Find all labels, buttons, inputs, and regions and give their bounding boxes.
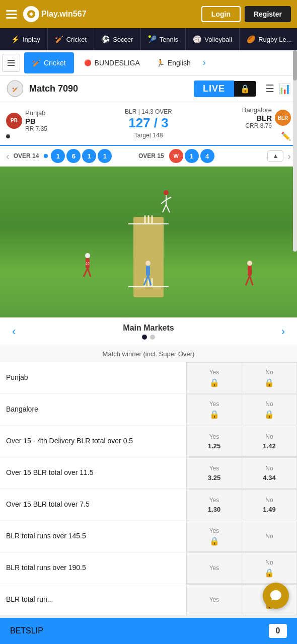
menu-button[interactable] [6,10,17,19]
nav-label-tennis: Tennis [160,36,179,43]
tab-bundesliga[interactable]: 🔴 BUNDESLIGA [76,50,148,75]
bet-options-blr-190: Yes No 🔒 [186,552,297,584]
blr-190-no-btn[interactable]: No 🔒 [242,552,297,584]
chart-icon[interactable]: 📊 [278,83,291,95]
bet-row-blr-190: BLR total runs over 190.5 Yes No 🔒 [0,552,297,584]
markets-next-button[interactable]: › [277,325,289,338]
punjab-no-btn[interactable]: No 🔒 [242,362,297,393]
nav-label-soccer: Soccer [113,36,133,43]
register-button[interactable]: Register [245,6,291,22]
nav-item-soccer[interactable]: ⚽ Soccer [94,28,140,50]
bet-row-bangalore: Bangalore Yes 🔒 No 🔒 [0,394,297,426]
team-home-abbr: PB [25,117,47,125]
svg-line-24 [250,276,253,285]
ball-3: 1 [98,149,112,163]
nav-item-cricket[interactable]: 🏏 Cricket [48,28,94,50]
bet-team-blr-145: BLR total runs over 145.5 [0,527,186,545]
bet-team-blr-190: BLR total runs over 190.5 [0,559,186,577]
tabs-next-button[interactable]: › [199,57,210,68]
target-info: Target 148 [96,132,201,139]
overs-collapse-button[interactable]: ▲ [267,150,283,162]
over15-75-yes-btn[interactable]: Yes 1.30 [186,489,242,520]
bangalore-yes-btn[interactable]: Yes 🔒 [186,394,242,425]
overs-next-button[interactable]: › [285,150,293,162]
blr-145-yes-btn[interactable]: Yes 🔒 [186,521,242,552]
svg-rect-2 [8,62,15,63]
bundesliga-label: BUNDESLIGA [95,59,140,67]
cricket-icon: 🏏 [55,35,63,43]
over15-115-yes-btn[interactable]: Yes 3.25 [186,457,242,489]
score-main: 127 / 3 [96,115,201,131]
team-away: Bangalore BLR CRR 8.76 BLR ✏️ [204,106,291,141]
ball-6: 6 [66,149,81,163]
markets-header: ‹ Main Markets › [0,317,297,346]
tab-cricket[interactable]: 🏏 Cricket [24,52,74,73]
svg-line-23 [246,276,250,285]
over-14-dot [44,154,48,158]
nav-item-rugby[interactable]: 🏉 Rugby Le... [240,28,297,50]
scroll-thumb[interactable] [293,50,297,80]
blr-145-no-btn[interactable]: No [242,521,297,552]
umpire [141,260,155,290]
overs-prev-button[interactable]: ‹ [4,150,12,162]
over-15-label: OVER 15 [138,152,164,159]
nav-item-tennis[interactable]: 🎾 Tennis [141,28,186,50]
blr-190-yes-btn[interactable]: Yes [186,552,242,584]
over15-4th-yes-btn[interactable]: Yes 1.25 [186,426,242,457]
fielder-right [243,260,257,290]
logo-text: Play.win567 [41,10,87,19]
category-tabs: 🏏 Cricket 🔴 BUNDESLIGA 🏃 English › [0,50,297,75]
betslip-label: BETSLIP [10,626,43,635]
bet-row-blr-145: BLR total runs over 145.5 Yes 🔒 No [0,521,297,552]
betslip-bar[interactable]: BETSLIP 0 [0,618,297,642]
over15-115-no-btn[interactable]: No 4.34 [242,457,297,489]
punjab-yes-btn[interactable]: Yes 🔒 [186,362,242,393]
team-away-abbr: BLR [242,114,272,122]
login-button[interactable]: Login [201,6,241,22]
team-away-name: Bangalore [242,106,272,114]
soccer-icon: ⚽ [101,35,110,43]
bundesliga-icon: 🔴 [84,59,92,66]
score-area: PB Punjab PB RR 7.35 BLR | 14.3 OVER 127… [0,102,297,146]
svg-line-19 [144,276,148,285]
match-team-icon: 🏏 [6,79,24,98]
tab-english[interactable]: 🏃 English [148,50,199,75]
blr-partial-yes-btn[interactable]: Yes [186,584,242,615]
player-1: 16 [81,253,95,282]
rugby-icon: 🏉 [247,35,255,43]
svg-point-6 [164,190,169,195]
svg-rect-18 [146,266,150,276]
chat-button[interactable] [263,583,289,609]
cricket-tab-label: Cricket [44,59,66,67]
logo-icon [23,6,39,22]
dot-1 [142,335,147,340]
bet-team-over15-4th: Over 15 - 4th Delivery BLR total over 0.… [0,432,186,450]
over-15-section: OVER 15 W 1 4 [138,149,261,163]
list-icon[interactable]: ☰ [265,83,274,95]
match-actions: ☰ 📊 [265,83,291,95]
betslip-count: 0 [269,624,287,638]
over15-75-no-btn[interactable]: No 1.49 [242,489,297,520]
nav-item-volleyball[interactable]: 🏐 Volleyball [186,28,240,50]
header-left: Play.win567 [6,6,87,22]
svg-point-12 [85,253,90,258]
bet-row-blr-partial: BLR total run... Yes No 🔒 [0,584,297,616]
nav-item-inplay[interactable]: ⚡ Inplay [4,28,48,50]
score-center: BLR | 14.3 OVER 127 / 3 Target 148 [96,108,201,139]
bet-team-over15-75: Over 15 BLR total over 7.5 [0,496,186,514]
cricket-tab-icon: 🏏 [32,59,41,67]
svg-line-10 [163,205,166,212]
markets-prev-button[interactable]: ‹ [8,325,20,338]
nav-label-rugby: Rugby Le... [258,36,292,43]
over-info: BLR | 14.3 OVER [96,108,201,115]
over15-4th-no-btn[interactable]: No 1.42 [242,426,297,457]
bet-row-over15-115: Over 15 BLR total over 11.5 Yes 3.25 No … [0,457,297,489]
markets-dots [20,335,277,340]
svg-rect-3 [8,65,15,66]
over-14-balls: 1 6 1 1 [51,149,112,163]
expand-button[interactable] [2,54,20,72]
bangalore-no-btn[interactable]: No 🔒 [242,394,297,425]
match-title: Match 7090 [29,84,189,94]
batsman-top [159,190,174,217]
tennis-icon: 🎾 [148,35,157,43]
